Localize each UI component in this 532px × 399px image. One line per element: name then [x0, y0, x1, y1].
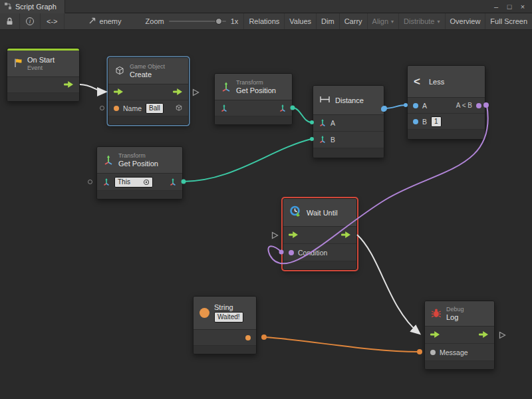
node-title: Get Position [236, 86, 276, 94]
node-category: Transform [118, 152, 158, 159]
string-value-field[interactable]: Waited! [214, 312, 243, 323]
transform-input-port[interactable] [220, 104, 228, 113]
toolbar-button-carry[interactable]: Carry [339, 13, 367, 29]
input-port-b[interactable] [413, 119, 418, 124]
result-output-port[interactable] [476, 103, 481, 108]
toolbar-button-distribute[interactable]: Distribute ▾ [398, 13, 444, 29]
flow-out-port[interactable] [341, 231, 351, 239]
flow-in-port[interactable] [289, 231, 299, 239]
unconnected-flow-indicator [499, 331, 506, 339]
chevron-down-icon: ▾ [438, 19, 440, 25]
wire-flow-wait-to-log[interactable] [357, 235, 419, 333]
b-value-field[interactable]: 1 [431, 116, 442, 127]
graph-breadcrumb[interactable]: enemy [82, 13, 128, 29]
chevron-down-icon: ▾ [391, 19, 394, 25]
zoom-value: 1x [231, 17, 239, 25]
position-output-port[interactable] [279, 104, 287, 113]
vector-input-port-a[interactable] [319, 118, 327, 128]
flow-in-port[interactable] [114, 88, 124, 96]
port-label: A [331, 119, 335, 127]
wire-distance-to-less-a[interactable] [384, 105, 406, 108]
zoom-slider-handle[interactable] [215, 18, 222, 25]
name-input-port[interactable] [114, 106, 119, 111]
flow-in-port[interactable] [430, 331, 440, 339]
lock-icon[interactable] [0, 13, 20, 29]
toolbar-button-values[interactable]: Values [284, 13, 316, 29]
timer-icon [289, 205, 302, 219]
wire-position2-to-distance-b[interactable] [183, 139, 311, 182]
bug-icon [431, 308, 442, 320]
node-title: Create [130, 70, 165, 78]
node-distance[interactable]: Distance A B [313, 85, 384, 158]
wire-flow-onstart-to-create[interactable] [80, 84, 105, 92]
info-icon[interactable]: i [20, 13, 41, 29]
node-title: Less [429, 78, 444, 86]
node-less[interactable]: < Less A A < B B 1 [407, 65, 485, 140]
toolbar-button-relations[interactable]: Relations [243, 13, 284, 29]
flag-icon [13, 58, 23, 69]
cube-icon-small [175, 104, 183, 113]
toolbar-button-overview[interactable]: Overview [445, 13, 485, 29]
node-category: Transform [236, 79, 276, 86]
port-label: Message [440, 348, 468, 356]
tab-script-graph[interactable]: Script Graph [0, 0, 65, 13]
wire-position1-to-distance-a[interactable] [293, 108, 311, 122]
node-get-position-1[interactable]: Transform Get Position [214, 73, 293, 125]
window-titlebar: Script Graph – □ × [0, 0, 532, 13]
node-title: Wait Until [307, 209, 338, 217]
cube-icon [114, 65, 125, 77]
message-input-port[interactable] [430, 350, 436, 355]
string-type-icon [200, 308, 209, 318]
node-category: Game Object [130, 63, 165, 70]
transform-input-port[interactable] [102, 178, 110, 187]
maximize-button[interactable]: □ [503, 0, 516, 13]
toolbar-button-align[interactable]: Align ▾ [367, 13, 398, 29]
node-on-start-event[interactable]: On Start Event [7, 48, 80, 102]
transform-icon [221, 81, 231, 93]
position-output-port[interactable] [169, 178, 177, 187]
node-create-game-object[interactable]: Game Object Create Name Ball [108, 57, 189, 125]
tab-title: Script Graph [15, 3, 57, 11]
node-subtitle: Event [27, 65, 55, 71]
result-label: A < B [456, 102, 472, 109]
unconnected-port-indicator [100, 106, 104, 110]
node-title: Distance [335, 96, 364, 104]
flow-out-port[interactable] [173, 88, 183, 96]
node-title: Log [446, 313, 464, 321]
port-label: Condition [298, 249, 327, 257]
toolbar-button-full-screen[interactable]: Full Screen [485, 13, 532, 29]
graph-asset-icon [88, 17, 96, 26]
zoom-slider[interactable] [169, 21, 226, 22]
target-value-field[interactable]: This [114, 177, 153, 188]
unconnected-flow-indicator [192, 88, 200, 96]
graph-toolbar: i <-> enemy Zoom 1x Relations Values Dim… [0, 13, 532, 30]
unconnected-port-indicator [88, 180, 92, 184]
node-wait-until[interactable]: Wait Until Condition [283, 198, 357, 270]
unconnected-flow-indicator [271, 231, 279, 239]
toolbar-button-dim[interactable]: Dim [316, 13, 339, 29]
name-value-field[interactable]: Ball [146, 103, 164, 114]
less-than-icon: < [414, 75, 420, 88]
flow-out-port[interactable] [479, 331, 489, 339]
wire-string-to-log-message[interactable] [264, 337, 419, 352]
port-label: B [422, 118, 427, 126]
graph-canvas[interactable]: On Start Event Game Object Create [0, 30, 532, 399]
close-button[interactable]: × [516, 0, 529, 13]
node-debug-log[interactable]: Debug Log Message [424, 301, 495, 370]
node-title: On Start [27, 56, 55, 64]
string-output-port[interactable] [245, 335, 251, 340]
flow-out-port[interactable] [64, 81, 74, 89]
window-controls: – □ × [489, 0, 532, 13]
vector-input-port-b[interactable] [319, 135, 327, 144]
distance-result-port[interactable] [381, 106, 386, 112]
port-label: Name [123, 104, 142, 112]
ruler-icon [319, 95, 331, 105]
fit-window-icon[interactable]: <-> [41, 13, 65, 29]
node-get-position-2[interactable]: Transform Get Position This [96, 146, 183, 200]
condition-input-port[interactable] [289, 250, 294, 255]
port-label: A [422, 102, 427, 110]
input-port-a[interactable] [413, 103, 418, 108]
node-string-literal[interactable]: String Waited! [193, 296, 257, 354]
minimize-button[interactable]: – [489, 0, 503, 13]
node-category: Debug [446, 306, 464, 313]
